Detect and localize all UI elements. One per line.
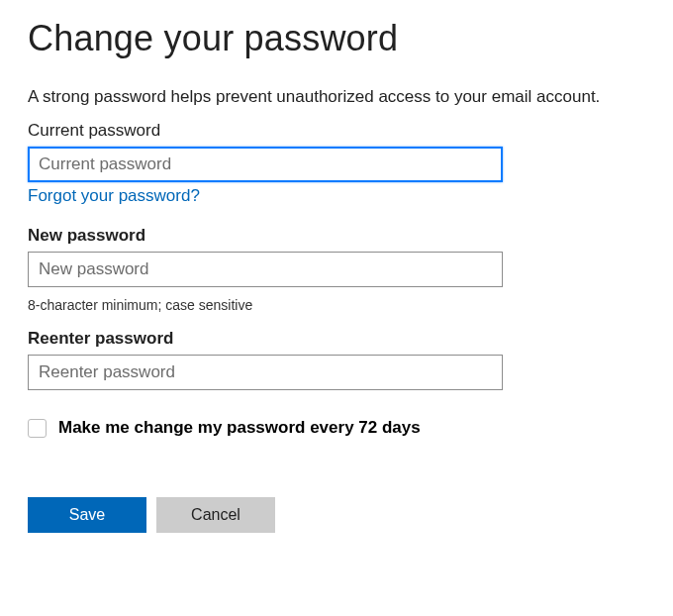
cancel-button[interactable]: Cancel (156, 497, 275, 533)
save-button[interactable]: Save (28, 497, 146, 533)
current-password-input[interactable] (28, 147, 503, 182)
new-password-section: New password 8-character minimum; case s… (28, 226, 645, 313)
current-password-label: Current password (28, 121, 645, 141)
new-password-label: New password (28, 226, 645, 246)
reenter-password-label: Reenter password (28, 329, 645, 349)
reenter-password-section: Reenter password (28, 329, 645, 390)
forgot-password-link[interactable]: Forgot your password? (28, 186, 200, 206)
expire-checkbox-label: Make me change my password every 72 days (58, 418, 421, 438)
expire-checkbox[interactable] (28, 419, 47, 438)
new-password-input[interactable] (28, 252, 503, 287)
password-hint: 8-character minimum; case sensitive (28, 297, 645, 313)
page-title: Change your password (28, 18, 645, 59)
current-password-section: Current password (28, 121, 645, 182)
expire-checkbox-row: Make me change my password every 72 days (28, 418, 645, 438)
description-text: A strong password helps prevent unauthor… (28, 87, 645, 107)
button-row: Save Cancel (28, 497, 645, 533)
reenter-password-input[interactable] (28, 355, 503, 390)
